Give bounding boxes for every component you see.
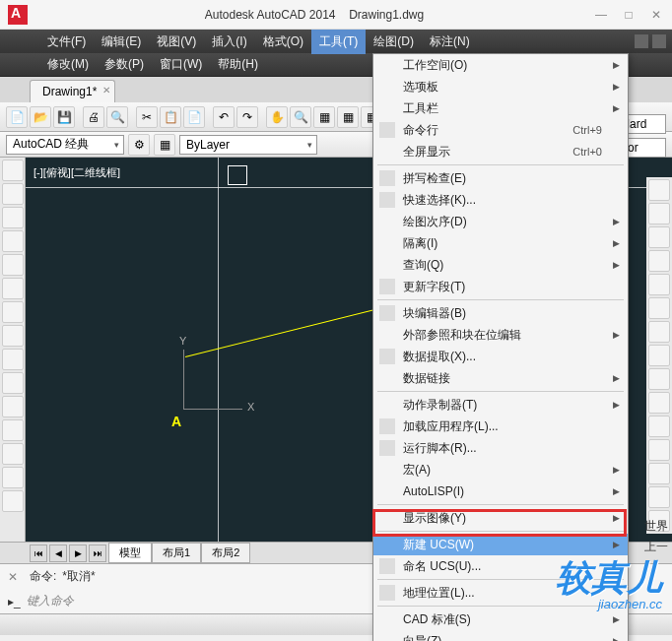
menu-item[interactable]: 命令行Ctrl+9 — [373, 119, 628, 141]
tool-icon[interactable] — [2, 349, 24, 370]
zoom-icon[interactable]: 🔍 — [290, 106, 311, 128]
layer-combo[interactable]: ByLayer — [179, 135, 317, 155]
tool-icon[interactable] — [648, 486, 670, 508]
polyline-icon[interactable] — [2, 183, 24, 205]
menu-tools[interactable]: 工具(T) — [311, 30, 366, 54]
menu-item[interactable]: 外部参照和块在位编辑▶ — [373, 324, 628, 346]
menu-item[interactable]: 快速选择(K)... — [373, 189, 628, 211]
pan-icon[interactable]: ✋ — [266, 106, 288, 128]
menu-item[interactable]: 拼写检查(E) — [373, 167, 628, 189]
menu-item[interactable]: 查询(Q)▶ — [373, 254, 628, 276]
tab-prev-icon[interactable]: ◀ — [49, 545, 67, 562]
menu-item[interactable]: 宏(A)▶ — [373, 459, 628, 481]
save-icon[interactable]: 💾 — [53, 106, 75, 128]
tool-icon[interactable] — [2, 490, 24, 512]
menu-item[interactable]: 选项板▶ — [373, 76, 628, 97]
rotate-icon[interactable] — [648, 226, 670, 248]
circle-icon[interactable] — [2, 207, 24, 228]
close-button[interactable]: ✕ — [648, 8, 664, 22]
copy-icon[interactable]: 📋 — [160, 106, 181, 128]
menu-dimension[interactable]: 标注(N) — [422, 30, 478, 54]
ellipse-icon[interactable] — [2, 278, 24, 299]
menu-item[interactable]: 数据提取(X)... — [373, 346, 628, 367]
trim-icon[interactable] — [648, 297, 670, 319]
menu-item[interactable]: 加载应用程序(L)... — [373, 416, 628, 437]
layout-tab-model[interactable]: 模型 — [108, 543, 152, 563]
open-icon[interactable]: 📂 — [30, 106, 51, 128]
move-icon[interactable] — [648, 179, 670, 201]
menu-item[interactable]: CAD 标准(S)▶ — [373, 609, 628, 630]
menu-edit[interactable]: 编辑(E) — [94, 30, 149, 54]
menu-item[interactable]: AutoLISP(I)▶ — [373, 481, 628, 502]
offset-icon[interactable] — [648, 392, 670, 414]
extend-icon[interactable] — [648, 321, 670, 343]
array-icon[interactable] — [648, 368, 670, 390]
menu-item[interactable]: 工具栏▶ — [373, 97, 628, 119]
menubar-icon[interactable] — [652, 34, 666, 48]
mirror-icon[interactable] — [648, 250, 670, 272]
menu-window[interactable]: 窗口(W) — [152, 52, 210, 77]
toolbar-icon[interactable]: ▦ — [154, 134, 175, 156]
menu-item[interactable]: 新建 UCS(W)▶ — [373, 534, 628, 555]
menu-draw[interactable]: 绘图(D) — [366, 30, 422, 54]
tab-next-icon[interactable]: ▶ — [69, 545, 87, 562]
file-tab[interactable]: Drawing1* ✕ — [30, 80, 115, 102]
menu-item[interactable]: 更新字段(T) — [373, 276, 628, 297]
tool-icon[interactable] — [2, 372, 24, 394]
scale-icon[interactable] — [648, 274, 670, 295]
new-icon[interactable]: 📄 — [6, 106, 28, 128]
arc-icon[interactable] — [2, 230, 24, 252]
erase-icon[interactable] — [648, 416, 670, 437]
tab-first-icon[interactable]: ⏮ — [30, 545, 47, 562]
rectangle-icon[interactable] — [2, 254, 24, 276]
menu-item[interactable]: 数据链接▶ — [373, 367, 628, 389]
hatch-icon[interactable] — [2, 301, 24, 323]
menu-help[interactable]: 帮助(H) — [210, 52, 266, 77]
gear-icon[interactable]: ⚙ — [128, 134, 150, 156]
menu-view[interactable]: 视图(V) — [149, 30, 204, 54]
minimize-button[interactable]: — — [593, 8, 609, 22]
layout-tab-1[interactable]: 布局1 — [152, 543, 201, 563]
text-icon[interactable] — [2, 325, 24, 347]
menubar-icon[interactable] — [635, 34, 648, 48]
menu-modify[interactable]: 修改(M) — [39, 52, 97, 77]
explode-icon[interactable] — [648, 439, 670, 461]
tool-icon[interactable] — [2, 396, 24, 417]
menu-item[interactable]: 运行脚本(R)... — [373, 437, 628, 459]
menu-item[interactable]: 地理位置(L)... — [373, 582, 628, 604]
preview-icon[interactable]: 🔍 — [106, 106, 128, 128]
workspace-combo[interactable]: AutoCAD 经典 — [6, 135, 124, 155]
close-icon[interactable]: ✕ — [8, 570, 24, 584]
copy-icon[interactable] — [648, 203, 670, 224]
menu-file[interactable]: 文件(F) — [39, 30, 94, 54]
tool-icon[interactable] — [2, 467, 24, 488]
menu-item[interactable]: 隔离(I)▶ — [373, 232, 628, 254]
paste-icon[interactable]: 📄 — [183, 106, 205, 128]
menu-item[interactable]: 动作录制器(T)▶ — [373, 394, 628, 416]
menu-item[interactable]: 向导(Z)▶ — [373, 630, 628, 641]
fillet-icon[interactable] — [648, 345, 670, 366]
menu-item[interactable]: 命名 UCS(U)... — [373, 555, 628, 577]
cut-icon[interactable]: ✂ — [136, 106, 158, 128]
menu-item[interactable]: 全屏显示Ctrl+0 — [373, 141, 628, 162]
print-icon[interactable]: 🖨 — [83, 106, 104, 128]
layout-tab-2[interactable]: 布局2 — [201, 543, 250, 563]
menu-format[interactable]: 格式(O) — [255, 30, 311, 54]
menu-item[interactable]: 块编辑器(B) — [373, 302, 628, 324]
menu-item[interactable]: 显示图像(Y)▶ — [373, 507, 628, 529]
menu-item[interactable]: 工作空间(O)▶ — [373, 54, 628, 76]
close-icon[interactable]: ✕ — [102, 85, 110, 96]
line-icon[interactable] — [2, 160, 24, 181]
toolbar-icon[interactable]: ▦ — [337, 106, 359, 128]
menu-insert[interactable]: 插入(I) — [204, 30, 254, 54]
tab-last-icon[interactable]: ⏭ — [89, 545, 106, 562]
redo-icon[interactable]: ↷ — [236, 106, 258, 128]
undo-icon[interactable]: ↶ — [213, 106, 235, 128]
tool-icon[interactable] — [2, 443, 24, 465]
tool-icon[interactable] — [648, 463, 670, 484]
maximize-button[interactable]: □ — [621, 8, 637, 22]
tool-icon[interactable] — [2, 419, 24, 441]
toolbar-icon[interactable]: ▦ — [313, 106, 335, 128]
menu-params[interactable]: 参数(P) — [97, 52, 152, 77]
menu-item[interactable]: 绘图次序(D)▶ — [373, 211, 628, 232]
